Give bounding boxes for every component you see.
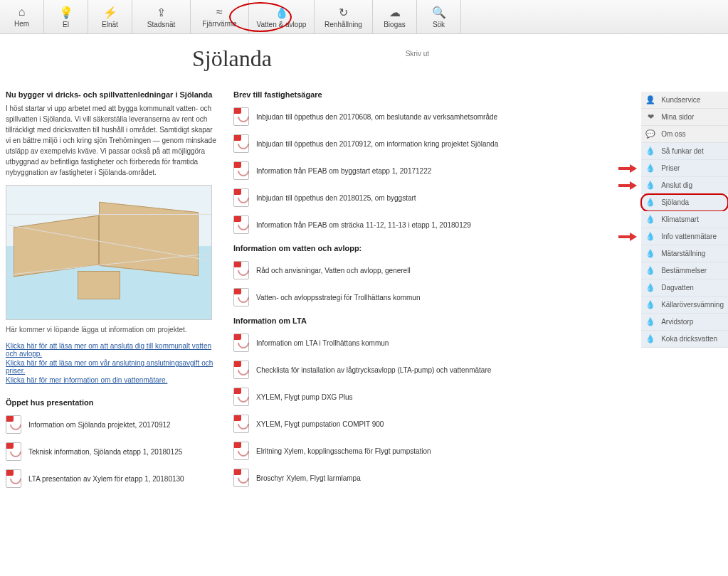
pdf-label: Information från PEAB om byggstart etapp…	[256, 167, 431, 175]
page-title: Sjölanda	[192, 46, 272, 71]
pdf-label: Checklista för installation av lågtrycks…	[256, 366, 491, 374]
column-left: Nu bygger vi dricks- och spillvattenledn…	[6, 86, 219, 496]
pdf-link[interactable]: LTA presentation av Xylem för etapp 1, 2…	[6, 469, 219, 488]
stadsn-t-icon: ⇪	[157, 6, 166, 19]
title-area: Sjölanda Skriv ut	[0, 34, 728, 79]
sidebar-icon: 👤	[645, 95, 655, 105]
presentation-heading: Öppet hus presentation	[6, 398, 219, 407]
pdf-link[interactable]: Inbjudan till öppethus den 20170608, om …	[233, 107, 635, 126]
sidebar-item-k-llar-versv-mning[interactable]: 💧Källaröversvämning	[641, 297, 728, 314]
pdf-link[interactable]: Inbjudan till öppethus den 20170912, om …	[233, 134, 635, 153]
info-link[interactable]: Klicka här för mer information om din va…	[6, 376, 219, 384]
nav-hem[interactable]: ⌂Hem	[0, 0, 44, 33]
sidebar-item-priser[interactable]: 💧Priser	[641, 160, 728, 177]
nav-label: El	[63, 21, 69, 28]
nav-label: Stadsnät	[147, 21, 175, 28]
nav-label: Renhållning	[325, 21, 362, 28]
print-link[interactable]: Skriv ut	[406, 50, 429, 58]
eln-t-icon: ⚡	[103, 6, 117, 19]
pdf-link[interactable]: Vatten- och avloppsstrategi för Trollhät…	[233, 288, 635, 306]
sidebar-item-m-tarst-llning[interactable]: 💧Mätarställning	[641, 245, 728, 262]
pdf-icon	[233, 134, 249, 153]
nav-s-k[interactable]: 🔍Sök	[417, 0, 461, 33]
sidebar-item-arvidstorp[interactable]: 💧Arvidstorp	[641, 314, 728, 331]
sidebar-item-om-oss[interactable]: 💬Om oss	[641, 126, 728, 143]
el-icon: 💡	[59, 6, 73, 19]
brev-heading: Brev till fastighetsägare	[233, 90, 635, 99]
nav-el[interactable]: 💡El	[44, 0, 88, 33]
pdf-label: Inbjudan till öppethus den 20170912, om …	[256, 140, 498, 148]
water-drop-icon: 💧	[645, 146, 655, 156]
vatten-avlopp-icon: 💧	[275, 6, 289, 19]
sidebar-item-dagvatten[interactable]: 💧Dagvatten	[641, 279, 728, 297]
sidebar-item-s-funkar-det[interactable]: 💧Så funkar det	[641, 143, 728, 160]
sidebar-item-mina-sidor[interactable]: ❤Mina sidor	[641, 109, 728, 126]
sidebar-icon: ❤	[645, 112, 655, 122]
pdf-icon	[6, 415, 21, 434]
pdf-icon	[233, 469, 249, 487]
sidebar-label: Mina sidor	[661, 113, 694, 121]
sidebar-item-koka-dricksvatten[interactable]: 💧Koka dricksvatten	[641, 331, 728, 348]
sidebar-label: Koka dricksvatten	[661, 335, 717, 343]
nav-stadsn-t[interactable]: ⇪Stadsnät	[132, 0, 191, 33]
sidebar-label: Anslut dig	[661, 181, 692, 189]
hem-icon: ⌂	[19, 6, 26, 18]
pdf-link[interactable]: Information från PEAB om sträcka 11-12, …	[233, 215, 635, 234]
brev-docs: Inbjudan till öppethus den 20170608, om …	[233, 107, 635, 234]
pdf-label: Råd och anvisningar, Vatten och avlopp, …	[256, 267, 411, 274]
sidebar-item-best-mmelser[interactable]: 💧Bestämmelser	[641, 262, 728, 279]
sidebar-label: Källaröversvämning	[661, 301, 724, 309]
pdf-label: Inbjudan till öppethus den 20170608, om …	[256, 113, 497, 121]
info-link[interactable]: Klicka här för att läsa mer om vår anslu…	[6, 359, 219, 375]
pdf-label: Information från PEAB om sträcka 11-12, …	[256, 221, 471, 229]
sidebar-item-sj-landa[interactable]: 💧Sjölanda	[641, 194, 728, 211]
sidebar-item-klimatsmart[interactable]: 💧Klimatsmart	[641, 211, 728, 228]
nav-label: Elnät	[102, 21, 118, 28]
va-docs: Råd och anvisningar, Vatten och avlopp, …	[233, 261, 635, 306]
pdf-link[interactable]: Elritning Xylem, kopplingsschema för Fly…	[233, 442, 635, 460]
highlight-arrow-icon	[618, 233, 637, 241]
pdf-icon	[6, 469, 21, 488]
pdf-link[interactable]: Information från PEAB om byggstart etapp…	[233, 161, 635, 180]
sidebar-label: Kundservice	[661, 96, 700, 104]
pdf-icon	[233, 388, 249, 406]
nav-vatten-avlopp[interactable]: 💧Vatten & avlopp	[249, 0, 315, 33]
sidebar-item-anslut-dig[interactable]: 💧Anslut dig	[641, 177, 728, 194]
top-nav: ⌂Hem💡El⚡Elnät⇪Stadsnät≈Fjärrvärme💧Vatten…	[0, 0, 728, 34]
lta-docs: Information om LTA i Trollhättans kommun…	[233, 334, 635, 487]
pdf-link[interactable]: XYLEM, Flygt pumpstation COMPIT 900	[233, 415, 635, 433]
pdf-link[interactable]: Checklista för installation av lågtrycks…	[233, 361, 635, 379]
pdf-icon	[233, 442, 249, 460]
water-drop-icon: 💧	[645, 164, 655, 173]
pdf-link[interactable]: Broschyr Xylem, Flygt larmlampa	[233, 469, 635, 487]
pdf-link[interactable]: Information om Sjölanda projektet, 20170…	[6, 415, 219, 434]
sidebar-item-kundservice[interactable]: 👤Kundservice	[641, 92, 728, 109]
sidebar-label: Så funkar det	[661, 147, 703, 155]
highlight-arrow-icon	[618, 164, 637, 173]
map-image	[6, 185, 212, 320]
pdf-icon	[233, 188, 249, 207]
column-middle: Brev till fastighetsägare Inbjudan till …	[233, 86, 635, 496]
pdf-link[interactable]: XYLEM, Flygt pump DXG Plus	[233, 388, 635, 406]
presentation-docs: Information om Sjölanda projektet, 20170…	[6, 415, 219, 488]
sidebar-label: Mätarställning	[661, 250, 705, 257]
water-drop-icon: 💧	[645, 181, 655, 190]
pdf-link[interactable]: Information om LTA i Trollhättans kommun	[233, 334, 635, 352]
water-drop-icon: 💧	[645, 198, 655, 207]
pdf-link[interactable]: Teknisk information, Sjölanda etapp 1, 2…	[6, 442, 219, 461]
pdf-label: XYLEM, Flygt pumpstation COMPIT 900	[256, 420, 384, 428]
pdf-link[interactable]: Inbjudan till öppethus den 20180125, om …	[233, 188, 635, 207]
map-caption: Här kommer vi löpande lägga ut informati…	[6, 326, 219, 334]
info-link[interactable]: Klicka här för att läsa mer om att anslu…	[6, 342, 219, 358]
pdf-link[interactable]: Råd och anvisningar, Vatten och avlopp, …	[233, 261, 635, 279]
pdf-icon	[233, 415, 249, 433]
nav-fj-rrv-rme[interactable]: ≈Fjärrvärme	[191, 0, 249, 33]
pdf-label: Information om LTA i Trollhättans kommun	[256, 339, 389, 347]
nav-eln-t[interactable]: ⚡Elnät	[88, 0, 132, 33]
sidebar-item-info-vattenm-tare[interactable]: 💧Info vattenmätare	[641, 228, 728, 245]
left-heading: Nu bygger vi dricks- och spillvattenledn…	[6, 90, 219, 99]
nav-biogas[interactable]: ☁Biogas	[373, 0, 417, 33]
nav-label: Sök	[433, 21, 445, 28]
nav-renh-llning[interactable]: ↻Renhållning	[315, 0, 373, 33]
biogas-icon: ☁	[389, 6, 401, 19]
